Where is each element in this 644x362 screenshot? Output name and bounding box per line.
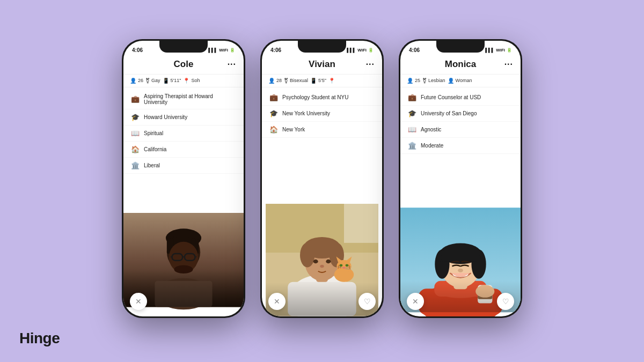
age-icon: 👤 [130,78,136,84]
detail-school-monica: 🎓 University of San Diego [400,106,521,122]
detail-religion-cole: 📖 Spiritual [123,125,244,142]
job-icon-m: 💼 [408,93,416,101]
phone-vivian: 4:06 ▌▌▌ WiFi 🔋 Vivian ··· 👤 28 ⚧ Bisex [260,39,384,318]
detail-school-cole: 🎓 Howard University [123,109,244,125]
notch [159,41,208,53]
profile-details-monica: 💼 Future Counselor at USD 🎓 University o… [400,87,521,204]
attr-orientation-cole: ⚧ Gay [145,78,160,84]
detail-politics-cole: 🏛️ Liberal [123,158,244,174]
profile-details-vivian: 💼 Psychology Student at NYU 🎓 New York U… [262,87,382,204]
phone-monica: 4:06 ▌▌▌ WiFi 🔋 Monica ··· 👤 25 ⚧ Lesbi [399,39,522,318]
detail-religion-monica: 📖 Agnostic [400,122,521,138]
phone-cole: 4:06 ▌▌▌ WiFi 🔋 Cole ··· 👤 26 ⚧ Gay [122,39,245,318]
school-icon: 🎓 [131,113,140,121]
profile-attrs-vivian: 👤 28 ⚧ Bisexual 📱 5'5" 📍 [262,74,382,87]
profile-header-monica: Monica ··· [400,56,521,74]
detail-school-vivian: 🎓 New York University [262,106,382,122]
profile-details-cole: 💼 Aspiring Therapist at Howard Universit… [123,87,244,204]
x-button-vivian[interactable]: ✕ [268,293,286,310]
notch-vivian [298,41,346,53]
location-icon: 📍 [183,78,189,84]
profile-attrs-monica: 👤 25 ⚧ Lesbian 👤 Woman [400,74,521,87]
profile-header-cole: Cole ··· [123,56,244,74]
religion-icon: 📖 [131,129,140,137]
school-icon-m: 🎓 [408,109,416,117]
religion-icon-m: 📖 [408,125,416,134]
status-icons-vivian: ▌▌▌ WiFi 🔋 [347,48,374,53]
profile-name-vivian: Vivian [309,59,335,70]
x-button-monica[interactable]: ✕ [407,293,424,310]
x-button-cole[interactable]: ✕ [130,293,147,310]
battery-icon-m: 🔋 [507,48,512,53]
profile-header-vivian: Vivian ··· [262,56,382,74]
detail-hometown-cole: 🏠 California [123,142,244,158]
attr-gender-monica: 👤 Woman [448,78,472,84]
signal-icon-v: ▌▌▌ [347,48,356,53]
battery-icon-v: 🔋 [368,48,374,53]
profile-name-cole: Cole [174,59,194,70]
status-time-cole: 4:06 [132,47,143,53]
photo-container-monica: ✕ ♡ [400,204,521,316]
orient-icon-v: ⚧ [284,78,288,84]
notch-monica [436,41,485,53]
status-time-vivian: 4:06 [270,47,281,53]
age-icon-v: 👤 [268,78,275,84]
detail-hometown-vivian: 🏠 New York [262,122,382,138]
politics-icon: 🏛️ [131,161,140,169]
location-icon-v: 📍 [328,78,335,84]
wifi-icon: WiFi [219,48,228,53]
detail-politics-monica: 🏛️ Moderate [400,138,521,154]
status-time-monica: 4:06 [409,47,420,53]
hometown-icon-v: 🏠 [269,125,278,134]
orient-icon-m: ⚧ [422,78,427,84]
profile-attrs-cole: 👤 26 ⚧ Gay 📱 5'11" 📍 Soh [123,74,244,87]
attr-age-cole: 👤 26 [130,78,143,84]
photo-container-vivian: ✕ ♡ [262,204,382,316]
job-icon-v: 💼 [269,93,278,101]
more-button-vivian[interactable]: ··· [366,60,375,69]
wifi-icon-v: WiFi [357,48,367,53]
politics-icon-m: 🏛️ [408,142,416,150]
attr-age-monica: 👤 25 [407,78,420,84]
more-button-monica[interactable]: ··· [504,60,513,69]
heart-button-vivian[interactable]: ♡ [358,293,376,310]
more-button-cole[interactable]: ··· [228,60,236,69]
signal-icon-m: ▌▌▌ [485,48,494,53]
status-icons-monica: ▌▌▌ WiFi 🔋 [485,48,512,53]
attr-height-vivian: 📱 5'5" [310,78,326,84]
height-icon-v: 📱 [310,78,317,84]
gender-icon-m: 👤 [448,78,454,84]
detail-job-monica: 💼 Future Counselor at USD [400,90,521,106]
profile-name-monica: Monica [445,59,477,70]
school-icon-v: 🎓 [269,109,278,117]
battery-icon: 🔋 [230,48,235,53]
signal-icon: ▌▌▌ [208,48,217,53]
job-icon: 💼 [131,95,140,103]
wifi-icon-m: WiFi [496,48,505,53]
attr-orientation-monica: ⚧ Lesbian [422,78,445,84]
detail-job-cole: 💼 Aspiring Therapist at Howard Universit… [123,90,244,109]
detail-job-vivian: 💼 Psychology Student at NYU [262,90,382,106]
status-icons-cole: ▌▌▌ WiFi 🔋 [208,48,235,53]
hinge-logo: Hinge [19,330,60,347]
attr-location-cole: 📍 Soh [183,78,200,84]
age-icon-m: 👤 [407,78,413,84]
attr-orientation-vivian: ⚧ Bisexual [284,78,308,84]
photo-container-cole: ✕ [123,204,244,316]
height-icon: 📱 [163,78,169,84]
phones-container: 4:06 ▌▌▌ WiFi 🔋 Cole ··· 👤 26 ⚧ Gay [122,39,522,318]
attr-location-vivian: 📍 [328,78,336,84]
heart-button-monica[interactable]: ♡ [497,293,514,310]
hometown-icon: 🏠 [131,145,140,153]
attr-height-cole: 📱 5'11" [163,78,181,84]
attr-age-vivian: 👤 28 [268,78,282,84]
orient-icon: ⚧ [145,78,150,84]
